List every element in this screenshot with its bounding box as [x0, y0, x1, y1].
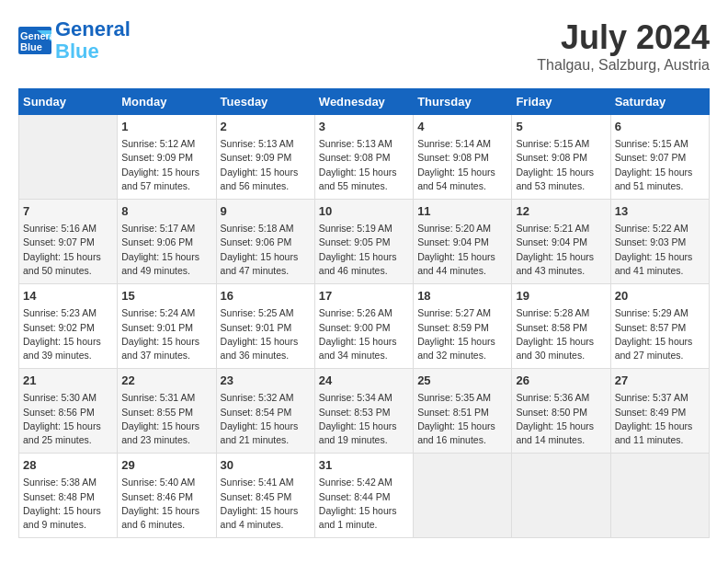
- week-row-2: 7Sunrise: 5:16 AMSunset: 9:07 PMDaylight…: [19, 200, 710, 284]
- calendar-cell: 6Sunrise: 5:15 AMSunset: 9:07 PMDaylight…: [610, 115, 709, 200]
- calendar-cell: 23Sunrise: 5:32 AMSunset: 8:54 PMDayligh…: [216, 369, 314, 454]
- calendar-cell: 27Sunrise: 5:37 AMSunset: 8:49 PMDayligh…: [610, 369, 709, 454]
- day-info: Sunrise: 5:12 AMSunset: 9:09 PMDaylight:…: [121, 137, 211, 193]
- calendar-cell: 21Sunrise: 5:30 AMSunset: 8:56 PMDayligh…: [19, 369, 118, 454]
- day-number: 1: [121, 119, 211, 135]
- title-block: July 2024 Thalgau, Salzburg, Austria: [537, 18, 710, 74]
- calendar-cell: 26Sunrise: 5:36 AMSunset: 8:50 PMDayligh…: [512, 369, 610, 454]
- day-info: Sunrise: 5:36 AMSunset: 8:50 PMDaylight:…: [516, 391, 606, 447]
- calendar-cell: 2Sunrise: 5:13 AMSunset: 9:09 PMDaylight…: [216, 115, 314, 200]
- week-row-5: 28Sunrise: 5:38 AMSunset: 8:48 PMDayligh…: [19, 454, 710, 538]
- day-info: Sunrise: 5:22 AMSunset: 9:03 PMDaylight:…: [615, 222, 705, 278]
- svg-text:General: General: [20, 30, 51, 41]
- calendar-cell: 7Sunrise: 5:16 AMSunset: 9:07 PMDaylight…: [19, 200, 118, 284]
- day-info: Sunrise: 5:13 AMSunset: 9:09 PMDaylight:…: [221, 137, 311, 193]
- day-number: 14: [23, 288, 113, 304]
- day-info: Sunrise: 5:29 AMSunset: 8:57 PMDaylight:…: [615, 306, 705, 362]
- day-number: 16: [221, 288, 311, 304]
- calendar-cell: 12Sunrise: 5:21 AMSunset: 9:04 PMDayligh…: [512, 200, 610, 284]
- calendar-cell: 9Sunrise: 5:18 AMSunset: 9:06 PMDaylight…: [216, 200, 314, 284]
- day-info: Sunrise: 5:20 AMSunset: 9:04 PMDaylight:…: [417, 222, 507, 278]
- day-number: 5: [516, 119, 606, 135]
- calendar-cell: 11Sunrise: 5:20 AMSunset: 9:04 PMDayligh…: [414, 200, 512, 284]
- day-info: Sunrise: 5:30 AMSunset: 8:56 PMDaylight:…: [23, 391, 113, 447]
- day-info: Sunrise: 5:38 AMSunset: 8:48 PMDaylight:…: [23, 476, 113, 532]
- svg-text:Blue: Blue: [20, 41, 42, 52]
- day-info: Sunrise: 5:16 AMSunset: 9:07 PMDaylight:…: [23, 222, 113, 278]
- day-info: Sunrise: 5:32 AMSunset: 8:54 PMDaylight:…: [221, 391, 311, 447]
- column-header-friday: Friday: [512, 89, 610, 115]
- calendar-cell: 17Sunrise: 5:26 AMSunset: 9:00 PMDayligh…: [314, 284, 413, 369]
- column-header-sunday: Sunday: [19, 89, 118, 115]
- day-number: 27: [615, 373, 705, 389]
- day-number: 20: [615, 288, 705, 304]
- calendar-cell: [512, 454, 610, 538]
- calendar-table: SundayMondayTuesdayWednesdayThursdayFrid…: [18, 88, 710, 538]
- day-info: Sunrise: 5:26 AMSunset: 9:00 PMDaylight:…: [319, 306, 409, 362]
- calendar-cell: 13Sunrise: 5:22 AMSunset: 9:03 PMDayligh…: [610, 200, 709, 284]
- day-info: Sunrise: 5:40 AMSunset: 8:46 PMDaylight:…: [121, 476, 211, 532]
- column-header-saturday: Saturday: [610, 89, 709, 115]
- calendar-cell: 16Sunrise: 5:25 AMSunset: 9:01 PMDayligh…: [216, 284, 314, 369]
- day-number: 6: [615, 119, 705, 135]
- calendar-cell: [19, 115, 118, 200]
- column-header-monday: Monday: [118, 89, 216, 115]
- location: Thalgau, Salzburg, Austria: [537, 57, 710, 74]
- calendar-header-row: SundayMondayTuesdayWednesdayThursdayFrid…: [19, 89, 710, 115]
- calendar-cell: [414, 454, 512, 538]
- day-number: 7: [23, 203, 113, 220]
- calendar-cell: 8Sunrise: 5:17 AMSunset: 9:06 PMDaylight…: [118, 200, 216, 284]
- day-number: 11: [417, 203, 507, 220]
- calendar-cell: [610, 454, 709, 538]
- calendar-cell: 15Sunrise: 5:24 AMSunset: 9:01 PMDayligh…: [118, 284, 216, 369]
- day-number: 19: [516, 288, 606, 304]
- calendar-cell: 22Sunrise: 5:31 AMSunset: 8:55 PMDayligh…: [118, 369, 216, 454]
- day-info: Sunrise: 5:13 AMSunset: 9:08 PMDaylight:…: [319, 137, 409, 193]
- day-number: 13: [615, 203, 705, 220]
- logo-icon: General Blue: [18, 27, 51, 54]
- day-number: 23: [221, 373, 311, 389]
- day-info: Sunrise: 5:19 AMSunset: 9:05 PMDaylight:…: [319, 222, 409, 278]
- day-info: Sunrise: 5:42 AMSunset: 8:44 PMDaylight:…: [319, 476, 409, 532]
- day-info: Sunrise: 5:37 AMSunset: 8:49 PMDaylight:…: [615, 391, 705, 447]
- day-number: 21: [23, 373, 113, 389]
- day-number: 28: [23, 457, 113, 474]
- calendar-cell: 19Sunrise: 5:28 AMSunset: 8:58 PMDayligh…: [512, 284, 610, 369]
- day-info: Sunrise: 5:35 AMSunset: 8:51 PMDaylight:…: [417, 391, 507, 447]
- day-info: Sunrise: 5:41 AMSunset: 8:45 PMDaylight:…: [221, 476, 311, 532]
- day-number: 3: [319, 119, 409, 135]
- logo: General Blue GeneralBlue: [18, 18, 131, 63]
- day-info: Sunrise: 5:14 AMSunset: 9:08 PMDaylight:…: [417, 137, 507, 193]
- day-number: 17: [319, 288, 409, 304]
- calendar-cell: 24Sunrise: 5:34 AMSunset: 8:53 PMDayligh…: [314, 369, 413, 454]
- logo-text: GeneralBlue: [55, 18, 131, 63]
- calendar-cell: 31Sunrise: 5:42 AMSunset: 8:44 PMDayligh…: [314, 454, 413, 538]
- day-number: 30: [221, 457, 311, 474]
- day-info: Sunrise: 5:18 AMSunset: 9:06 PMDaylight:…: [221, 222, 311, 278]
- day-number: 25: [417, 373, 507, 389]
- day-number: 22: [121, 373, 211, 389]
- calendar-cell: 10Sunrise: 5:19 AMSunset: 9:05 PMDayligh…: [314, 200, 413, 284]
- day-number: 2: [221, 119, 311, 135]
- day-number: 26: [516, 373, 606, 389]
- column-header-wednesday: Wednesday: [314, 89, 413, 115]
- calendar-cell: 4Sunrise: 5:14 AMSunset: 9:08 PMDaylight…: [414, 115, 512, 200]
- day-info: Sunrise: 5:28 AMSunset: 8:58 PMDaylight:…: [516, 306, 606, 362]
- day-info: Sunrise: 5:23 AMSunset: 9:02 PMDaylight:…: [23, 306, 113, 362]
- day-number: 12: [516, 203, 606, 220]
- day-number: 18: [417, 288, 507, 304]
- page-header: General Blue GeneralBlue July 2024 Thalg…: [18, 18, 710, 74]
- column-header-tuesday: Tuesday: [216, 89, 314, 115]
- calendar-cell: 30Sunrise: 5:41 AMSunset: 8:45 PMDayligh…: [216, 454, 314, 538]
- week-row-1: 1Sunrise: 5:12 AMSunset: 9:09 PMDaylight…: [19, 115, 710, 200]
- day-info: Sunrise: 5:31 AMSunset: 8:55 PMDaylight:…: [121, 391, 211, 447]
- column-header-thursday: Thursday: [414, 89, 512, 115]
- day-info: Sunrise: 5:25 AMSunset: 9:01 PMDaylight:…: [221, 306, 311, 362]
- calendar-cell: 28Sunrise: 5:38 AMSunset: 8:48 PMDayligh…: [19, 454, 118, 538]
- calendar-cell: 29Sunrise: 5:40 AMSunset: 8:46 PMDayligh…: [118, 454, 216, 538]
- calendar-cell: 3Sunrise: 5:13 AMSunset: 9:08 PMDaylight…: [314, 115, 413, 200]
- calendar-cell: 25Sunrise: 5:35 AMSunset: 8:51 PMDayligh…: [414, 369, 512, 454]
- calendar-cell: 1Sunrise: 5:12 AMSunset: 9:09 PMDaylight…: [118, 115, 216, 200]
- week-row-3: 14Sunrise: 5:23 AMSunset: 9:02 PMDayligh…: [19, 284, 710, 369]
- day-number: 4: [417, 119, 507, 135]
